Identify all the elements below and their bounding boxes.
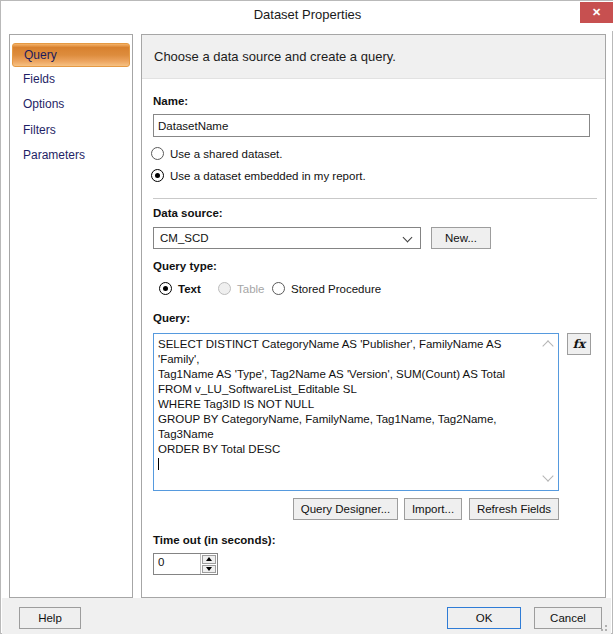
timeout-label: Time out (in seconds): <box>153 534 275 546</box>
spinner-up-button[interactable] <box>202 555 216 564</box>
embedded-dataset-radio-label[interactable]: Use a dataset embedded in my report. <box>170 170 366 182</box>
name-input[interactable] <box>153 114 590 137</box>
help-button[interactable]: Help <box>19 607 81 629</box>
radio-checked-icon[interactable] <box>159 282 172 295</box>
timeout-spinner[interactable]: 0 <box>153 553 218 575</box>
scroll-up-icon[interactable] <box>542 340 553 351</box>
shared-dataset-radio[interactable]: Use a shared dataset. <box>151 147 283 160</box>
refresh-fields-button[interactable]: Refresh Fields <box>469 498 559 520</box>
data-source-dropdown[interactable]: CM_SCD <box>153 227 421 249</box>
panel-heading: Choose a data source and create a query. <box>142 35 605 79</box>
sidebar-item-filters[interactable]: Filters <box>23 123 56 139</box>
panel-heading-text: Choose a data source and create a query. <box>154 49 396 64</box>
query-type-table-label: Table <box>237 283 265 295</box>
spinner-down-button[interactable] <box>202 565 216 574</box>
spinner-buttons <box>200 554 217 574</box>
title-bar: Dataset Properties ✕ <box>1 1 613 31</box>
sidebar-nav: Query Fields Options Filters Parameters <box>9 34 133 598</box>
scroll-down-icon[interactable] <box>542 470 553 481</box>
sidebar-item-query[interactable]: Query <box>12 43 130 67</box>
cancel-button[interactable]: Cancel <box>534 607 602 629</box>
sidebar-item-label: Query <box>24 48 57 62</box>
radio-checked-icon[interactable] <box>151 169 164 182</box>
query-type-text-radio[interactable]: Text <box>159 282 201 295</box>
query-designer-button[interactable]: Query Designer... <box>293 498 398 520</box>
footer-bar: Help OK Cancel <box>2 598 611 634</box>
import-button[interactable]: Import... <box>404 498 462 520</box>
query-sql-editor[interactable]: SELECT DISTINCT CategoryName AS 'Publish… <box>153 333 559 491</box>
embedded-dataset-radio[interactable]: Use a dataset embedded in my report. <box>151 169 366 182</box>
data-source-selected-value: CM_SCD <box>160 232 209 244</box>
section-divider <box>153 198 597 199</box>
expression-fx-button[interactable]: fx <box>567 333 591 355</box>
text-caret <box>158 458 159 470</box>
query-type-label: Query type: <box>153 260 217 272</box>
query-type-table-radio: Table <box>218 282 265 295</box>
timeout-value[interactable]: 0 <box>154 554 200 574</box>
sidebar-item-options[interactable]: Options <box>23 97 64 113</box>
triangle-up-icon <box>206 557 212 561</box>
ok-button[interactable]: OK <box>447 607 521 629</box>
radio-unchecked-icon[interactable] <box>151 147 164 160</box>
query-sql-text: SELECT DISTINCT CategoryName AS 'Publish… <box>158 338 505 455</box>
radio-unchecked-icon[interactable] <box>272 282 285 295</box>
data-source-label: Data source: <box>153 207 223 219</box>
query-type-stored-procedure-radio[interactable]: Stored Procedure <box>272 282 381 295</box>
triangle-down-icon <box>206 567 212 571</box>
fx-icon: fx <box>573 337 585 351</box>
name-label: Name: <box>153 95 188 107</box>
sidebar-item-parameters[interactable]: Parameters <box>23 148 85 164</box>
resize-grip-icon[interactable] <box>599 623 607 631</box>
new-data-source-button[interactable]: New... <box>431 227 491 249</box>
sidebar-item-fields[interactable]: Fields <box>23 72 55 88</box>
query-type-stored-procedure-label[interactable]: Stored Procedure <box>291 283 381 295</box>
dataset-properties-dialog: Dataset Properties ✕ Query Fields Option… <box>0 0 613 634</box>
chevron-down-icon <box>403 233 413 243</box>
query-type-text-label[interactable]: Text <box>178 283 201 295</box>
query-label: Query: <box>153 312 190 324</box>
close-icon: ✕ <box>592 6 601 19</box>
close-button[interactable]: ✕ <box>580 2 613 23</box>
main-panel: Choose a data source and create a query.… <box>141 34 606 598</box>
dialog-title: Dataset Properties <box>1 7 613 22</box>
radio-disabled-icon <box>218 282 231 295</box>
shared-dataset-radio-label[interactable]: Use a shared dataset. <box>170 148 283 160</box>
